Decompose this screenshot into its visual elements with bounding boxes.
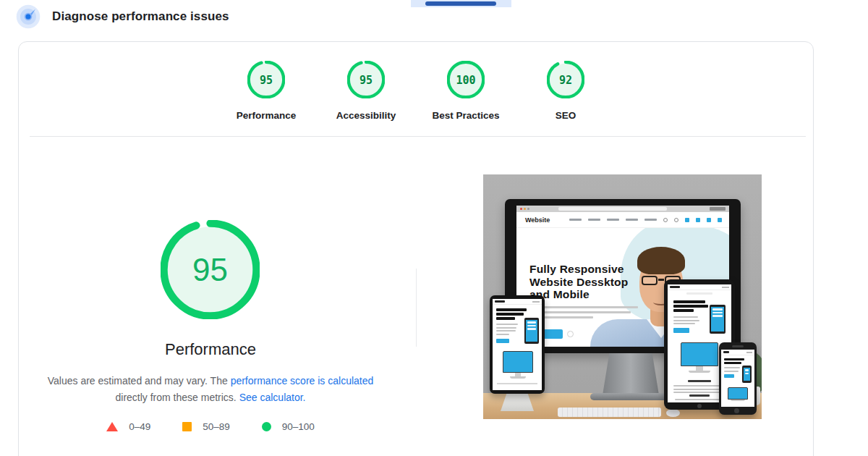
orange-square-icon (182, 422, 192, 431)
user-icon (685, 218, 689, 222)
mini-phone-graphic (742, 366, 752, 383)
phone-home-button (734, 408, 739, 413)
summary-gauge-seo[interactable]: 92 SEO (525, 61, 606, 121)
score-summary-row: 95 Performance 95 Accessibility 100 (19, 61, 813, 121)
legend-item-good: 90–100 (262, 421, 315, 432)
performance-section-title: Performance (66, 340, 355, 359)
mini-laptop-graphic (728, 387, 748, 401)
search-icon (663, 218, 668, 222)
score-label: Performance (237, 110, 297, 121)
score-value: 92 (547, 61, 584, 99)
disclaimer-text: Values are estimated and may vary. The (48, 375, 231, 387)
legend-range: 50–89 (203, 421, 230, 432)
bag-icon (718, 218, 722, 222)
see-calculator-link[interactable]: See calculator. (239, 392, 306, 403)
heart-icon (707, 218, 711, 222)
score-legend: 0–49 50–89 90–100 (37, 421, 384, 432)
score-value: 100 (447, 61, 485, 99)
site-navbar: Website (516, 212, 729, 228)
mini-phone-graphic (524, 318, 539, 344)
summary-gauge-best-practices[interactable]: 100 Best Practices (425, 61, 506, 121)
mini-monitor-graphic (503, 351, 533, 379)
performance-score-value: 95 (161, 220, 260, 319)
legend-item-average: 50–89 (182, 421, 230, 432)
score-calc-link[interactable]: performance score is calculated (231, 375, 374, 387)
mini-laptop-graphic (681, 342, 718, 373)
green-circle-icon (262, 422, 271, 431)
keyboard (558, 408, 661, 417)
score-value: 95 (247, 61, 285, 99)
tab-underline (425, 1, 496, 6)
score-label: SEO (556, 110, 576, 121)
hero-headline: Fully Responsive Website Dessktop and Mo… (529, 263, 628, 301)
summary-gauge-accessibility[interactable]: 95 Accessibility (326, 61, 407, 121)
monitor-base (590, 393, 671, 400)
site-nav-links (569, 218, 722, 222)
smartphone (719, 342, 757, 415)
monitor-stand (603, 353, 659, 395)
score-disclaimer: Values are estimated and may vary. The p… (37, 373, 384, 406)
legend-item-fail: 0–49 (106, 421, 150, 432)
selected-tab[interactable] (411, 0, 511, 7)
red-triangle-icon (106, 422, 118, 431)
tablet-home-button (697, 404, 702, 408)
score-value: 95 (347, 61, 385, 99)
image-icon (696, 218, 700, 222)
legend-range: 90–100 (282, 421, 315, 432)
hero-search-icon (567, 331, 574, 337)
site-screenshot: Website (483, 174, 762, 419)
vertical-divider (416, 269, 417, 347)
summary-gauge-performance[interactable]: 95 Performance (226, 61, 307, 121)
site-logo: Website (525, 216, 550, 224)
disclaimer-text: directly from these metrics. (116, 392, 239, 403)
browser-chrome (516, 206, 729, 212)
horizontal-divider (30, 136, 806, 137)
hero-paragraph (529, 306, 638, 321)
score-label: Best Practices (432, 110, 499, 121)
legend-range: 0–49 (129, 421, 150, 432)
score-label: Accessibility (336, 110, 396, 121)
section-header: Diagnose performance issues (16, 4, 229, 29)
phone-speaker (732, 345, 744, 347)
page-title: Diagnose performance issues (52, 9, 229, 24)
tablet-left (490, 295, 545, 394)
search-icon (674, 218, 678, 222)
report-card: 95 Performance 95 Accessibility 100 (18, 41, 814, 456)
pagespeed-insights-icon (16, 4, 41, 29)
mini-phone-graphic (710, 305, 726, 334)
performance-gauge: 95 (161, 220, 260, 319)
mouse (666, 409, 680, 417)
